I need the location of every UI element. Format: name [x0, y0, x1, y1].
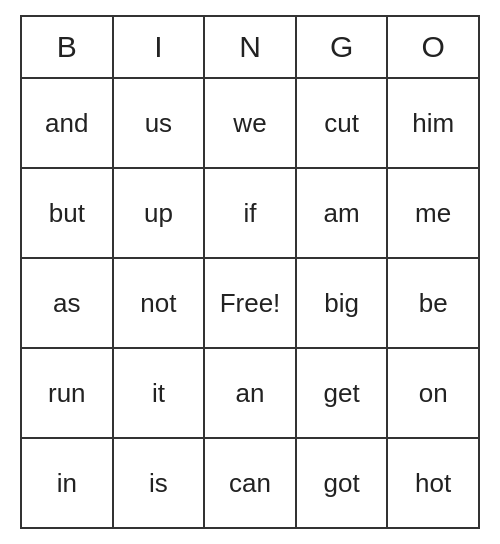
cell-r0-c3: cut: [297, 79, 389, 167]
bingo-card: BINGOanduswecuthimbutupifammeasnotFree!b…: [20, 15, 480, 529]
cell-r2-c4: be: [388, 259, 478, 347]
cell-r3-c0: run: [22, 349, 114, 437]
bingo-row-0: anduswecuthim: [22, 79, 478, 169]
cell-r0-c0: and: [22, 79, 114, 167]
cell-r1-c2: if: [205, 169, 297, 257]
cell-r2-c1: not: [114, 259, 206, 347]
cell-r0-c4: him: [388, 79, 478, 167]
cell-r1-c3: am: [297, 169, 389, 257]
cell-r4-c2: can: [205, 439, 297, 527]
cell-r0-c1: us: [114, 79, 206, 167]
cell-r3-c2: an: [205, 349, 297, 437]
cell-r4-c1: is: [114, 439, 206, 527]
header-cell-o: O: [388, 17, 478, 77]
cell-r4-c3: got: [297, 439, 389, 527]
bingo-row-2: asnotFree!bigbe: [22, 259, 478, 349]
bingo-row-1: butupifamme: [22, 169, 478, 259]
cell-r4-c0: in: [22, 439, 114, 527]
cell-r2-c2: Free!: [205, 259, 297, 347]
cell-r3-c1: it: [114, 349, 206, 437]
cell-r2-c3: big: [297, 259, 389, 347]
cell-r4-c4: hot: [388, 439, 478, 527]
cell-r1-c0: but: [22, 169, 114, 257]
cell-r0-c2: we: [205, 79, 297, 167]
header-cell-i: I: [114, 17, 206, 77]
cell-r3-c3: get: [297, 349, 389, 437]
header-cell-g: G: [297, 17, 389, 77]
cell-r1-c1: up: [114, 169, 206, 257]
cell-r2-c0: as: [22, 259, 114, 347]
header-cell-b: B: [22, 17, 114, 77]
bingo-header-row: BINGO: [22, 17, 478, 79]
cell-r1-c4: me: [388, 169, 478, 257]
header-cell-n: N: [205, 17, 297, 77]
bingo-row-4: iniscangothot: [22, 439, 478, 527]
cell-r3-c4: on: [388, 349, 478, 437]
bingo-row-3: runitangeton: [22, 349, 478, 439]
